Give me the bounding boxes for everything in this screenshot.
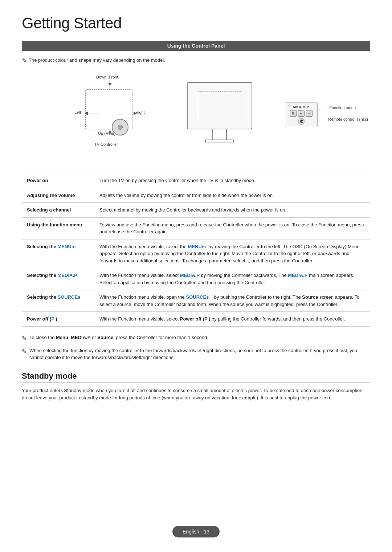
- section-header: Using the Control Panel: [22, 41, 370, 51]
- label-tv-controller: TV Controller: [94, 142, 118, 146]
- row-desc: To view and use the Function menu, press…: [94, 217, 370, 239]
- controller-box: [85, 89, 132, 129]
- note-item-1: ✎ To close the Menu, MEDIA.P or Source, …: [22, 334, 370, 343]
- row-label: Power on: [22, 173, 94, 188]
- controller-diagram: Down (Front) Left Right Up (Rear) TV Con…: [74, 75, 162, 155]
- row-label: Selecting a channel: [22, 203, 94, 218]
- function-line: [318, 109, 321, 109]
- tv-diagram: [183, 78, 263, 151]
- row-label: Selecting the SOURCEs: [22, 290, 94, 312]
- controller-dot: [118, 125, 123, 130]
- footer-badge: English - 13: [172, 526, 220, 537]
- input-icon-btn: ⇒: [306, 110, 313, 117]
- function-menu-label: Function menu: [329, 105, 356, 110]
- tv-screen: [198, 91, 241, 120]
- note-symbol-1: ✎: [22, 334, 26, 343]
- row-label: Selecting the MENUm: [22, 239, 94, 268]
- function-panel-wrapper: MEDIA.P ⊞ ↩ ⇒ ⏻ Function menu Remote con…: [285, 102, 318, 127]
- table-row: Using the function menu To view and use …: [22, 217, 370, 239]
- note-text-1: To close the Menu, MEDIA.P or Source, pr…: [29, 334, 208, 341]
- note-text-2: When selecting the function by moving th…: [29, 347, 370, 361]
- standby-title: Standby mode: [22, 371, 370, 383]
- source-icon-btn: ↩: [298, 110, 305, 117]
- table-row: Selecting the MEDIA.P With the Function …: [22, 268, 370, 290]
- page-footer: English - 13: [0, 526, 392, 537]
- table-row: Selecting the MENUm With the Function me…: [22, 239, 370, 268]
- row-desc: Turn the TV on by pressing the Controlle…: [94, 173, 370, 188]
- table-row: Selecting a channel Select a channel by …: [22, 203, 370, 218]
- row-desc: Select a channel by moving the Controlle…: [94, 203, 370, 218]
- menu-icon-btn: ⊞: [290, 110, 297, 117]
- notes-section: ✎ To close the Menu, MEDIA.P or Source, …: [22, 334, 370, 361]
- row-label: Adjusting the volume: [22, 188, 94, 203]
- label-down-front: Down (Front): [96, 75, 119, 79]
- tv-body: [187, 82, 252, 129]
- row-desc: With the Function menu visible, select P…: [94, 312, 370, 327]
- remote-sensor-label: Remote control sensor: [328, 117, 368, 121]
- row-label: Using the function menu: [22, 217, 94, 239]
- note-symbol-2: ✎: [22, 347, 26, 356]
- note-item-2: ✎ When selecting the function by moving …: [22, 347, 370, 361]
- info-table: Power on Turn the TV on by pressing the …: [22, 173, 370, 327]
- page-title: Getting Started: [22, 15, 370, 32]
- product-note: ✎ The product colour and shape may vary …: [22, 57, 370, 64]
- row-desc: With the Function menu visible, select t…: [94, 239, 370, 268]
- diagram-container: Down (Front) Left Right Up (Rear) TV Con…: [22, 71, 370, 162]
- row-desc: With the Function menu visible, select M…: [94, 268, 370, 290]
- row-label: Power off (P ): [22, 312, 94, 327]
- standby-section: Standby mode Your product enters Standby…: [22, 371, 370, 402]
- label-up-rear: Up (Rear): [98, 131, 115, 136]
- row-desc: With the Function menu visible, open the…: [94, 290, 370, 312]
- table-row: Adjusting the volume Adjusts the volume …: [22, 188, 370, 203]
- function-box: MEDIA.P ⊞ ↩ ⇒ ⏻: [285, 102, 318, 127]
- label-left: Left: [74, 110, 81, 114]
- row-label: Selecting the MEDIA.P: [22, 268, 94, 290]
- table-row: Selecting the SOURCEs With the Function …: [22, 290, 370, 312]
- tv-stand: [212, 129, 227, 140]
- table-row: Power on Turn the TV on by pressing the …: [22, 173, 370, 188]
- note-icon: ✎: [22, 57, 26, 64]
- function-icons-row: ⊞ ↩ ⇒: [289, 110, 314, 117]
- remote-line: [318, 121, 321, 121]
- function-top-label: MEDIA.P: [289, 105, 314, 109]
- row-desc: Adjusts the volume by moving the control…: [94, 188, 370, 203]
- label-right: Right: [135, 110, 145, 114]
- tv-base: [205, 140, 234, 142]
- power-icon-btn: ⏻: [298, 118, 305, 125]
- table-row: Power off (P ) With the Function menu vi…: [22, 312, 370, 327]
- standby-text: Your product enters Standby mode when yo…: [22, 387, 370, 402]
